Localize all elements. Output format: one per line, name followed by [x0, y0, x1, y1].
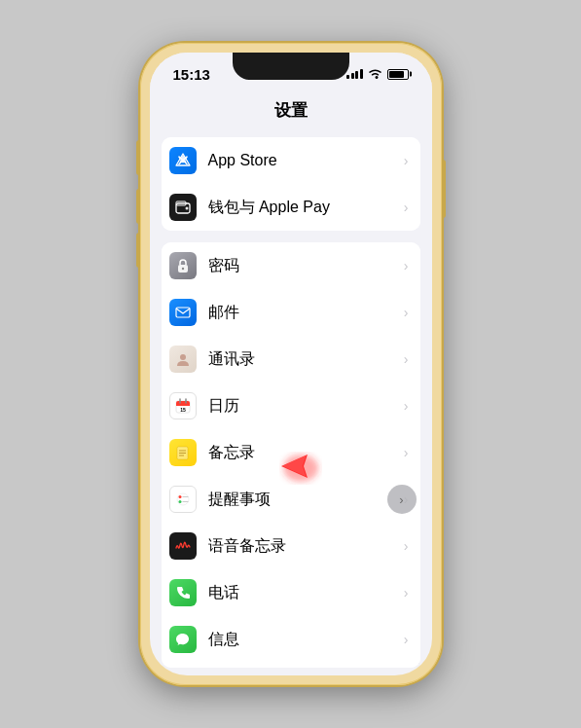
messages-icon [169, 626, 197, 653]
svg-point-17 [177, 493, 189, 505]
mail-label: 邮件 [208, 303, 404, 323]
messages-chevron: › [404, 632, 409, 647]
page-title-bar: 设置 [150, 95, 432, 129]
settings-item-calendar[interactable]: 15 日历 › [162, 382, 420, 429]
calendar-label: 日历 [208, 396, 404, 417]
mail-chevron: › [404, 305, 409, 320]
settings-item-notes[interactable]: 备忘录 › [162, 429, 420, 476]
notch [233, 53, 349, 80]
appstore-label: App Store [208, 152, 404, 169]
voicememos-label: 语音备忘录 [208, 536, 404, 557]
phone-frame: 15:13 设置 [140, 43, 442, 685]
svg-point-2 [185, 207, 188, 210]
svg-point-4 [181, 268, 183, 270]
messages-label: 信息 [208, 630, 404, 650]
notes-chevron: › [404, 445, 409, 460]
svg-text:15: 15 [180, 407, 186, 413]
signal-icon [346, 69, 363, 79]
passwords-label: 密码 [208, 256, 404, 276]
svg-rect-9 [176, 404, 190, 406]
calendar-chevron: › [404, 398, 409, 414]
svg-point-18 [178, 495, 181, 498]
notes-label: 备忘录 [208, 443, 404, 463]
contacts-label: 通讯录 [208, 349, 404, 370]
wifi-icon [368, 68, 382, 80]
voicememos-icon [169, 532, 197, 560]
phone-label: 电话 [208, 583, 404, 603]
scroll-indicator[interactable]: › [387, 485, 417, 514]
settings-group-1: App Store › 钱包与 Apple Pay › [162, 137, 420, 231]
settings-item-wallet[interactable]: 钱包与 Apple Pay › [162, 184, 420, 231]
passwords-icon [169, 252, 197, 279]
wallet-label: 钱包与 Apple Pay [208, 198, 404, 218]
calendar-icon: 15 [169, 392, 197, 419]
reminders-label: 提醒事项 [208, 490, 404, 510]
battery-icon [387, 69, 409, 80]
mail-icon [169, 299, 197, 326]
phone-screen: 15:13 设置 [150, 53, 432, 675]
settings-item-phone[interactable]: 电话 › [162, 569, 420, 616]
phone-chevron: › [404, 585, 409, 601]
wallet-chevron: › [404, 200, 409, 215]
status-time: 15:13 [173, 66, 210, 83]
appstore-icon [169, 147, 197, 174]
settings-section-1: App Store › 钱包与 Apple Pay › [150, 129, 432, 242]
svg-rect-5 [176, 308, 190, 317]
settings-item-messages[interactable]: 信息 › [162, 616, 420, 663]
svg-point-6 [180, 354, 186, 360]
status-icons [346, 68, 409, 80]
settings-list[interactable]: App Store › 钱包与 Apple Pay › [150, 129, 432, 675]
settings-item-facetime[interactable]: FaceTime通话 › [162, 663, 420, 668]
notes-icon [169, 439, 197, 466]
svg-point-19 [178, 500, 181, 503]
contacts-chevron: › [404, 351, 409, 367]
page-title: 设置 [165, 99, 417, 122]
reminders-icon [169, 486, 197, 513]
status-bar: 15:13 [150, 53, 432, 95]
settings-item-mail[interactable]: 邮件 › [162, 289, 420, 336]
settings-item-voicememos[interactable]: 语音备忘录 › [162, 523, 420, 569]
settings-item-reminders[interactable]: 提醒事项 › › [162, 476, 420, 523]
settings-item-contacts[interactable]: 通讯录 › [162, 336, 420, 382]
appstore-chevron: › [404, 153, 409, 168]
wallet-icon [169, 194, 197, 221]
settings-group-2: 密码 › 邮件 › [162, 242, 420, 668]
settings-item-passwords[interactable]: 密码 › [162, 242, 420, 289]
contacts-icon [169, 346, 197, 373]
settings-item-appstore[interactable]: App Store › [162, 137, 420, 184]
voicememos-chevron: › [404, 538, 409, 554]
passwords-chevron: › [404, 258, 409, 273]
phone-icon [169, 579, 197, 606]
